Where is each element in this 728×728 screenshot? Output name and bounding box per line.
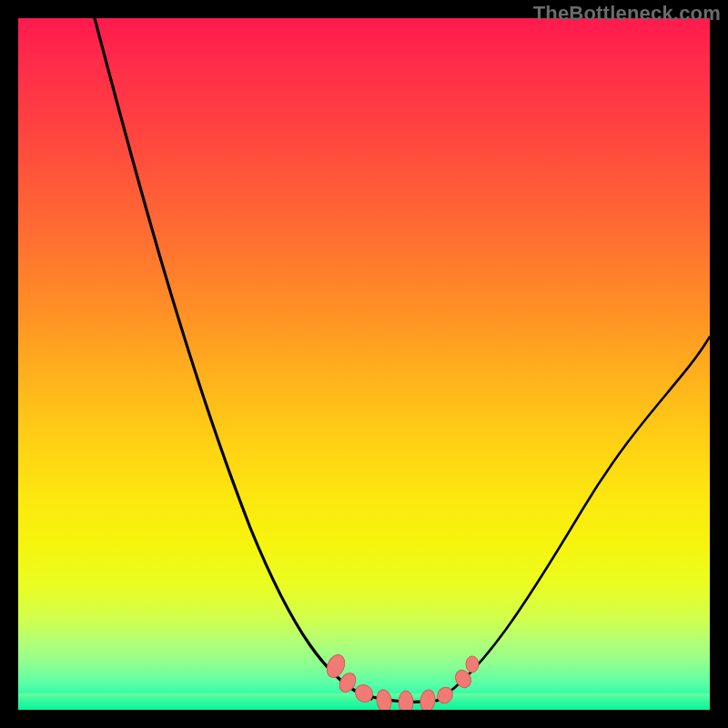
chart-stage: TheBottleneck.com: [0, 0, 728, 728]
curve-layer: [18, 18, 710, 710]
left-curve: [95, 18, 371, 699]
svg-point-8: [466, 656, 479, 672]
right-curve: [437, 337, 710, 701]
watermark-text: TheBottleneck.com: [533, 2, 721, 25]
svg-point-6: [435, 684, 456, 705]
bottleneck-markers: [323, 652, 479, 710]
svg-point-4: [399, 691, 413, 710]
svg-point-2: [352, 682, 377, 706]
svg-point-3: [375, 689, 392, 710]
svg-point-5: [419, 689, 436, 710]
plot-area: [18, 18, 710, 710]
